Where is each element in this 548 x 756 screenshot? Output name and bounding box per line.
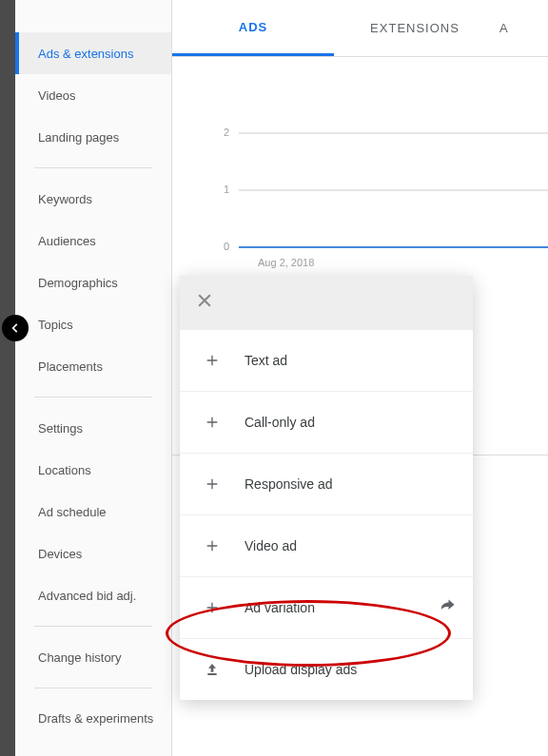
sidebar-item-devices[interactable]: Devices (15, 533, 171, 574)
menu-item-responsive-ad[interactable]: Responsive ad (180, 453, 473, 514)
sidebar-item-label: Audiences (38, 234, 96, 248)
plus-icon (203, 351, 222, 370)
sidebar-divider (34, 397, 152, 397)
chart-ytick: 2 (224, 126, 229, 138)
sidebar-divider (34, 167, 152, 168)
plus-icon (203, 413, 222, 432)
tab-extensions[interactable]: EXTENSIONS (334, 2, 496, 54)
menu-item-label: Call-only ad (245, 415, 315, 430)
sidebar-item-label: Advanced bid adj. (38, 589, 136, 603)
sidebar-item-videos[interactable]: Videos (15, 74, 171, 116)
sidebar-item-label: Topics (38, 318, 73, 332)
tab-label: ADS (239, 20, 267, 34)
sidebar: Ads & extensions Videos Landing pages Ke… (15, 0, 172, 756)
menu-item-label: Ad variation (245, 600, 315, 615)
sidebar-item-label: Locations (38, 463, 91, 477)
sidebar-item-drafts-experiments[interactable]: Drafts & experiments (15, 698, 171, 740)
sidebar-divider (34, 688, 152, 688)
menu-item-label: Video ad (245, 538, 297, 553)
sidebar-item-placements[interactable]: Placements (15, 345, 171, 387)
line-chart: 2 1 0 Aug 2, 2018 (172, 67, 548, 285)
sidebar-item-label: Videos (38, 88, 76, 103)
menu-item-label: Upload display ads (245, 662, 357, 677)
sidebar-item-ad-schedule[interactable]: Ad schedule (15, 491, 171, 533)
sidebar-item-keywords[interactable]: Keywords (15, 178, 171, 220)
sidebar-item-landing-pages[interactable]: Landing pages (15, 116, 171, 158)
sidebar-item-label: Placements (38, 359, 103, 374)
sidebar-item-label: Ad schedule (38, 505, 107, 519)
menu-header (180, 276, 473, 329)
sidebar-item-label: Ads & extensions (38, 47, 133, 61)
sidebar-item-label: Devices (38, 547, 82, 561)
sidebar-item-label: Demographics (38, 276, 118, 290)
chevron-left-icon (9, 321, 22, 335)
chart-x-label: Aug 2, 2018 (258, 257, 314, 268)
plus-icon (203, 536, 222, 555)
sidebar-item-change-history[interactable]: Change history (15, 636, 171, 678)
chart-ytick: 1 (224, 184, 229, 195)
sidebar-item-audiences[interactable]: Audiences (15, 220, 171, 262)
menu-item-ad-variation[interactable]: Ad variation (180, 576, 473, 638)
left-dark-strip (0, 0, 15, 756)
menu-item-video-ad[interactable]: Video ad (180, 514, 473, 576)
sidebar-item-label: Change history (38, 650, 121, 665)
upload-icon (203, 660, 222, 679)
sidebar-item-ads-extensions[interactable]: Ads & extensions (15, 32, 171, 74)
tab-label: EXTENSIONS (370, 21, 460, 35)
sidebar-item-settings[interactable]: Settings (15, 407, 171, 449)
tab-bar: ADS EXTENSIONS A (172, 0, 548, 57)
sidebar-item-label: Landing pages (38, 130, 119, 145)
open-external-icon (439, 598, 456, 618)
sidebar-item-topics[interactable]: Topics (15, 303, 171, 345)
sidebar-item-advanced-bid-adj[interactable]: Advanced bid adj. (15, 574, 171, 616)
sidebar-divider (34, 626, 152, 627)
menu-item-label: Responsive ad (245, 476, 333, 492)
menu-close-button[interactable] (195, 291, 214, 314)
tab-partial[interactable]: A (496, 2, 529, 54)
tab-label: A (499, 21, 509, 35)
new-ad-menu: Text ad Call-only ad Responsive ad Video… (180, 276, 473, 700)
menu-item-call-only-ad[interactable]: Call-only ad (180, 391, 473, 453)
close-icon (195, 291, 214, 310)
plus-icon (203, 598, 222, 617)
menu-item-label: Text ad (245, 353, 287, 368)
sidebar-item-demographics[interactable]: Demographics (15, 262, 171, 303)
sidebar-item-label: Keywords (38, 192, 92, 206)
tab-ads[interactable]: ADS (172, 1, 334, 56)
chart-ytick: 0 (224, 241, 229, 252)
menu-item-text-ad[interactable]: Text ad (180, 329, 473, 391)
menu-item-upload-display-ads[interactable]: Upload display ads (180, 638, 473, 700)
sidebar-item-label: Settings (38, 421, 83, 436)
sidebar-item-label: Drafts & experiments (38, 711, 153, 727)
plus-icon (203, 475, 222, 494)
sidebar-item-locations[interactable]: Locations (15, 449, 171, 491)
chart-area: 2 1 0 Aug 2, 2018 (172, 57, 548, 285)
sidebar-collapse-button[interactable] (2, 315, 29, 341)
